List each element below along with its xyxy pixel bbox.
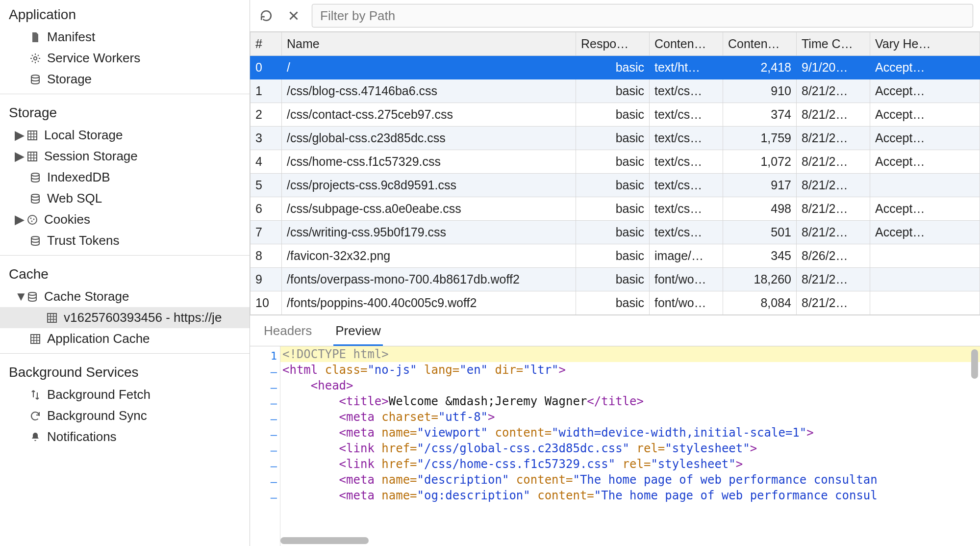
table-row[interactable]: 6/css/subpage-css.a0e0eabe.cssbasictext/… (251, 197, 980, 221)
cell-time-cached: 8/21/2… (797, 103, 870, 127)
cell-response-type: basic (576, 221, 650, 244)
cell-time-cached: 8/21/2… (797, 79, 870, 103)
table-row[interactable]: 9/fonts/overpass-mono-700.4b8617db.woff2… (251, 268, 980, 291)
sidebar-item-label: Cache Storage (44, 289, 129, 304)
grid-icon (25, 150, 39, 163)
sidebar-item-label: Notifications (47, 429, 117, 444)
sidebar-item[interactable]: Manifest (0, 26, 250, 48)
cell-name: /css/home-css.f1c57329.css (282, 150, 576, 174)
sidebar-item-label: IndexedDB (47, 170, 110, 185)
sidebar-section-title: Application (0, 0, 250, 26)
cell-index: 9 (251, 268, 282, 291)
cell-content-type: font/wo… (650, 268, 723, 291)
cell-response-type: basic (576, 244, 650, 268)
sidebar-item[interactable]: ▶Cookies (0, 209, 250, 230)
column-header[interactable]: Time C… (797, 32, 870, 56)
disks-icon (28, 234, 42, 248)
code-line: <meta name="description" content="The ho… (280, 472, 980, 488)
cell-content-length: 345 (723, 244, 797, 268)
tab-headers[interactable]: Headers (262, 320, 314, 346)
cell-vary-header: Accept… (870, 127, 980, 150)
code-line: <meta name="viewport" content="width=dev… (280, 425, 980, 441)
table-row[interactable]: 5/css/projects-css.9c8d9591.cssbasictext… (251, 174, 980, 197)
sidebar-item[interactable]: ▼Cache Storage (0, 286, 250, 307)
expander-icon[interactable]: ▶ (15, 212, 24, 227)
sidebar-item[interactable]: Service Workers (0, 48, 250, 69)
sidebar-item[interactable]: Web SQL (0, 188, 250, 209)
sidebar-item-label: Web SQL (47, 191, 102, 206)
code-line: <link href="/css/home-css.f1c57329.css" … (280, 456, 980, 472)
expander-icon[interactable]: ▼ (15, 289, 24, 304)
gutter-line: – (252, 364, 277, 380)
sidebar-item[interactable]: Storage (0, 69, 250, 90)
cell-vary-header: Accept… (870, 79, 980, 103)
grid-icon (45, 311, 59, 325)
refresh-icon (260, 9, 273, 22)
sidebar-item[interactable]: Application Cache (0, 328, 250, 349)
table-row[interactable]: 1/css/blog-css.47146ba6.cssbasictext/cs…… (251, 79, 980, 103)
cell-time-cached: 8/21/2… (797, 221, 870, 244)
refresh-button[interactable] (257, 6, 276, 25)
grid-icon (28, 332, 42, 346)
cell-response-type: basic (576, 79, 650, 103)
expander-icon[interactable]: ▶ (15, 128, 24, 143)
sidebar-item[interactable]: ▶Session Storage (0, 146, 250, 167)
cell-vary-header: Accept… (870, 56, 980, 79)
cell-content-type: font/wo… (650, 291, 723, 315)
table-row[interactable]: 8/favicon-32x32.pngbasicimage/…3458/26/2… (251, 244, 980, 268)
gutter-line: – (252, 411, 277, 427)
cell-vary-header (870, 244, 980, 268)
cell-content-type: text/cs… (650, 79, 723, 103)
cell-index: 5 (251, 174, 282, 197)
cell-content-type: text/cs… (650, 174, 723, 197)
cell-time-cached: 8/21/2… (797, 127, 870, 150)
cell-time-cached: 8/21/2… (797, 268, 870, 291)
column-header[interactable]: # (251, 32, 282, 56)
column-header[interactable]: Conten… (723, 32, 797, 56)
horizontal-scrollbar[interactable] (280, 537, 369, 544)
table-row[interactable]: 4/css/home-css.f1c57329.cssbasictext/cs…… (251, 150, 980, 174)
gutter-line: – (252, 490, 277, 505)
cell-vary-header: Accept… (870, 150, 980, 174)
cell-content-type: text/cs… (650, 127, 723, 150)
sidebar-item-label: Storage (47, 72, 92, 87)
expander-icon[interactable]: ▶ (15, 149, 24, 164)
close-icon (287, 9, 300, 22)
sidebar-item[interactable]: Background Sync (0, 405, 250, 426)
sidebar-item[interactable]: ▶Local Storage (0, 125, 250, 146)
column-header[interactable]: Vary He… (870, 32, 980, 56)
sidebar-item[interactable]: Notifications (0, 426, 250, 447)
sidebar-item[interactable]: IndexedDB (0, 167, 250, 188)
gutter-line: – (252, 458, 277, 474)
filter-input[interactable] (312, 4, 973, 27)
sidebar-section-title: Cache (0, 260, 250, 286)
column-header[interactable]: Name (282, 32, 576, 56)
table-row[interactable]: 2/css/contact-css.275ceb97.cssbasictext/… (251, 103, 980, 127)
cell-index: 2 (251, 103, 282, 127)
table-row[interactable]: 7/css/writing-css.95b0f179.cssbasictext/… (251, 221, 980, 244)
table-row[interactable]: 0/basictext/ht…2,4189/1/20…Accept… (251, 56, 980, 79)
cell-name: /css/projects-css.9c8d9591.css (282, 174, 576, 197)
column-header[interactable]: Conten… (650, 32, 723, 56)
code-content[interactable]: <!DOCTYPE html><html class="no-js" lang=… (280, 346, 980, 546)
sidebar-item-label: Manifest (47, 29, 95, 45)
cell-time-cached: 8/21/2… (797, 291, 870, 315)
column-header[interactable]: Respo… (576, 32, 650, 56)
cell-vary-header (870, 174, 980, 197)
sidebar-item-label: Background Sync (47, 408, 147, 423)
cell-index: 10 (251, 291, 282, 315)
sidebar-item-label: Trust Tokens (47, 233, 119, 248)
sidebar-item[interactable]: Trust Tokens (0, 230, 250, 251)
vertical-scrollbar[interactable] (971, 349, 978, 379)
sidebar-item[interactable]: Background Fetch (0, 384, 250, 405)
cell-index: 7 (251, 221, 282, 244)
cell-name: /fonts/poppins-400.40c005c9.woff2 (282, 291, 576, 315)
table-row[interactable]: 10/fonts/poppins-400.40c005c9.woff2basic… (251, 291, 980, 315)
clear-button[interactable] (284, 6, 303, 25)
cell-content-length: 18,260 (723, 268, 797, 291)
table-row[interactable]: 3/css/global-css.c23d85dc.cssbasictext/c… (251, 127, 980, 150)
sidebar-item[interactable]: v1625760393456 - https://je (0, 307, 250, 328)
code-line: <head> (280, 378, 980, 393)
tab-preview[interactable]: Preview (333, 320, 382, 346)
code-line: <html class="no-js" lang="en" dir="ltr"> (280, 362, 980, 378)
